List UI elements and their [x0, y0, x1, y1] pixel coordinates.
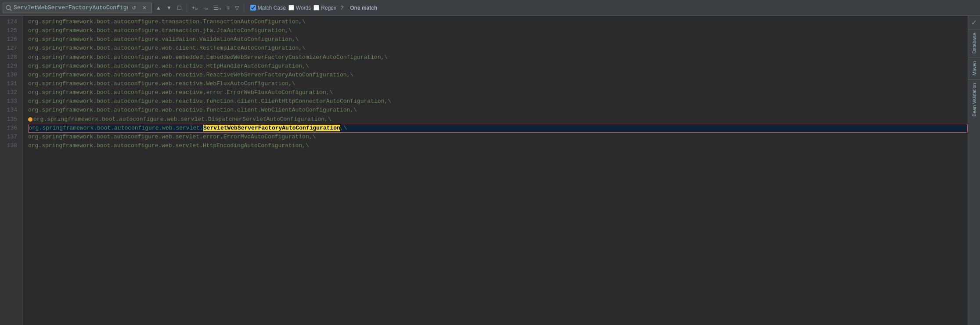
database-tab[interactable]: Database: [968, 29, 980, 57]
code-text: org.springframework.boot.autoconfigure.v…: [28, 35, 299, 44]
wrap-around-button[interactable]: ☐: [175, 4, 184, 12]
line-number: 128: [2, 53, 19, 62]
regex-checkbox[interactable]: [313, 5, 319, 11]
code-text: org.springframework.boot.autoconfigure.w…: [28, 79, 295, 88]
match-case-text: Match Case: [258, 5, 286, 11]
code-line: org.springframework.boot.autoconfigure.w…: [28, 71, 968, 79]
line-number: 134: [2, 106, 19, 115]
code-line: org.springframework.boot.autoconfigure.w…: [28, 53, 968, 62]
match-result: One match: [350, 5, 377, 11]
code-content: org.springframework.boot.autoconfigure.t…: [23, 16, 968, 325]
code-text: org.springframework.boot.autoconfigure.w…: [28, 44, 306, 53]
code-line: org.springframework.boot.autoconfigure.v…: [28, 35, 968, 44]
maven-tab[interactable]: Maven: [968, 57, 980, 79]
search-match-highlight: ServletWebServerFactoryAutoConfiguration: [203, 125, 340, 131]
navigation-toolbar: ▲ ▼ ☐: [154, 4, 184, 12]
match-case-checkbox[interactable]: [250, 5, 256, 11]
separator-2: [244, 4, 244, 12]
code-text: org.springframework.boot.autoconfigure.w…: [28, 141, 309, 150]
code-line: org.springframework.boot.autoconfigure.t…: [28, 18, 968, 26]
search-input-wrapper: ↺ ✕: [3, 3, 152, 13]
search-icon: [6, 5, 12, 11]
match-case-label[interactable]: Match Case: [250, 5, 286, 11]
code-line: org.springframework.boot.autoconfigure.w…: [28, 115, 968, 124]
code-text: org.springframework.boot.autoconfigure.w…: [28, 71, 353, 79]
code-text: org.springframework.boot.autoconfigure.t…: [28, 26, 292, 35]
code-line: org.springframework.boot.autoconfigure.w…: [28, 79, 968, 88]
code-text: org.springframework.boot.autoconfigure.w…: [28, 106, 357, 115]
code-line: org.springframework.boot.autoconfigure.w…: [28, 133, 968, 141]
help-button[interactable]: ?: [339, 4, 345, 11]
search-bar: ↺ ✕ ▲ ▼ ☐ +ᵢₓ -ᵢₓ ☰ᵢₓ ≡ ▽ Match Case Wor…: [0, 0, 980, 16]
code-text: org.springframework.boot.autoconfigure.w…: [29, 124, 347, 133]
line-number: 130: [2, 71, 19, 79]
code-text: org.springframework.boot.autoconfigure.w…: [33, 115, 331, 124]
code-line: org.springframework.boot.autoconfigure.w…: [28, 106, 968, 115]
code-line: org.springframework.boot.autoconfigure.w…: [28, 141, 968, 150]
code-area: 1241251261271281291301311321331341351361…: [0, 16, 980, 325]
checkmark-icon: ✓: [968, 16, 980, 29]
words-label[interactable]: Words: [288, 5, 311, 11]
code-line: org.springframework.boot.autoconfigure.w…: [28, 124, 968, 133]
right-panels: ✓ Database Maven Bean Validation: [968, 16, 980, 325]
line-number: 135: [2, 115, 19, 124]
line-number: 126: [2, 35, 19, 44]
line-number: 129: [2, 62, 19, 71]
prev-match-button[interactable]: ▲: [154, 4, 163, 12]
close-search-button[interactable]: ✕: [140, 4, 149, 12]
line-number: 127: [2, 44, 19, 53]
bean-validation-tab[interactable]: Bean Validation: [968, 79, 980, 120]
line-number: 125: [2, 26, 19, 35]
regex-text: Regex: [321, 5, 336, 11]
line-number: 136: [2, 124, 19, 133]
line-number: 137: [2, 133, 19, 141]
line-numbers: 1241251261271281291301311321331341351361…: [0, 16, 23, 325]
add-filter-button[interactable]: +ᵢₓ: [190, 4, 200, 12]
code-text: org.springframework.boot.autoconfigure.t…: [28, 18, 306, 26]
words-text: Words: [296, 5, 311, 11]
code-text: org.springframework.boot.autoconfigure.w…: [28, 133, 316, 141]
next-match-button[interactable]: ▼: [164, 4, 174, 12]
search-options: Match Case Words Regex ?: [250, 4, 345, 11]
line-number: 138: [2, 141, 19, 150]
line-number: 131: [2, 79, 19, 88]
separator-1: [187, 4, 187, 12]
code-line: org.springframework.boot.autoconfigure.w…: [28, 88, 968, 97]
remove-filter-button[interactable]: -ᵢₓ: [201, 4, 210, 12]
code-text: org.springframework.boot.autoconfigure.w…: [28, 53, 388, 62]
search-input[interactable]: [14, 4, 128, 11]
more-filter-button[interactable]: ☰ᵢₓ: [211, 4, 223, 12]
undo-button[interactable]: ↺: [130, 4, 138, 12]
funnel-button[interactable]: ▽: [233, 4, 241, 12]
regex-label[interactable]: Regex: [313, 5, 336, 11]
code-line: org.springframework.boot.autoconfigure.w…: [28, 62, 968, 71]
bookmark-dot: [28, 117, 32, 122]
code-text: org.springframework.boot.autoconfigure.w…: [28, 88, 333, 97]
code-line: org.springframework.boot.autoconfigure.w…: [28, 44, 968, 53]
code-line: org.springframework.boot.autoconfigure.w…: [28, 97, 968, 106]
line-number: 133: [2, 97, 19, 106]
filter-toolbar: +ᵢₓ -ᵢₓ ☰ᵢₓ ≡ ▽: [190, 4, 241, 12]
line-number: 124: [2, 18, 19, 26]
filter-button[interactable]: ≡: [224, 4, 232, 12]
svg-line-1: [10, 9, 12, 11]
line-number: 132: [2, 88, 19, 97]
code-line: org.springframework.boot.autoconfigure.t…: [28, 26, 968, 35]
code-text: org.springframework.boot.autoconfigure.w…: [28, 97, 391, 106]
code-text: org.springframework.boot.autoconfigure.w…: [28, 62, 309, 71]
words-checkbox[interactable]: [288, 5, 294, 11]
